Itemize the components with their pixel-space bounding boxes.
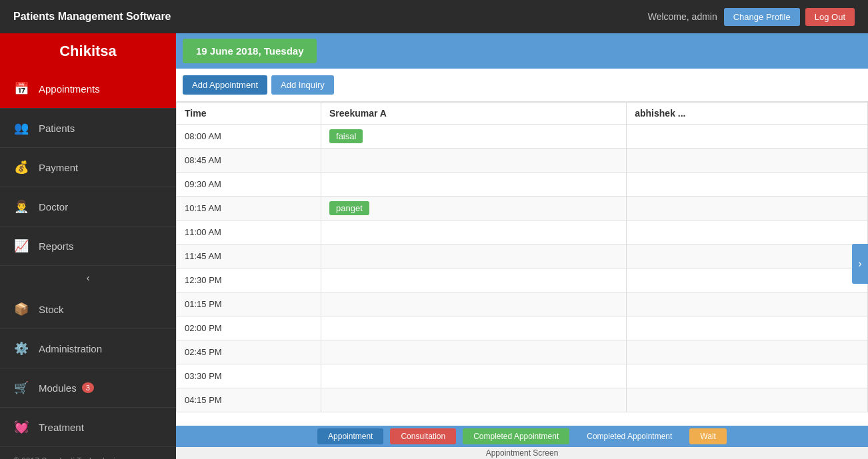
appointment-cell-sreekumar[interactable]: [321, 316, 627, 340]
appointment-cell-abhishek[interactable]: [627, 268, 868, 292]
sidebar-logo: Chikitsa: [0, 33, 176, 69]
layout: Chikitsa 📅 Appointments 👥 Patients 💰 Pay…: [0, 33, 868, 459]
col-header-abhishek: abhishek ...: [627, 103, 868, 125]
toolbar: Add Appointment Add Inquiry: [176, 69, 868, 102]
appointment-cell-sreekumar[interactable]: [321, 221, 627, 244]
table-row: 10:15 AMpanget: [177, 197, 868, 221]
appointment-cell-sreekumar[interactable]: [321, 364, 627, 388]
sidebar-item-doctor[interactable]: 👨‍⚕️ Doctor: [0, 187, 176, 227]
appointment-cell-abhishek[interactable]: [627, 221, 868, 244]
time-cell: 12:30 PM: [177, 268, 321, 292]
appointment-cell-abhishek[interactable]: [627, 197, 868, 221]
time-cell: 11:00 AM: [177, 221, 321, 244]
appointment-cell-abhishek[interactable]: [627, 244, 868, 268]
appointment-cell-abhishek[interactable]: [627, 149, 868, 173]
appointment-cell-abhishek[interactable]: [627, 173, 868, 197]
time-cell: 03:30 PM: [177, 364, 321, 388]
appointment-badge[interactable]: faisal: [329, 129, 363, 143]
sidebar-item-treatment[interactable]: 💓 Treatment: [0, 408, 176, 447]
appointment-cell-abhishek[interactable]: [627, 340, 868, 364]
sidebar-item-label: Doctor: [39, 201, 68, 213]
reports-icon: 📈: [13, 238, 29, 253]
sidebar-item-modules[interactable]: 🛒 Modules 3: [0, 368, 176, 408]
sidebar-item-label: Stock: [39, 304, 64, 315]
table-row: 09:30 AM: [177, 173, 868, 197]
table-row: 11:45 AM: [177, 244, 868, 268]
time-cell: 11:45 AM: [177, 244, 321, 268]
appointment-cell-sreekumar[interactable]: [321, 292, 627, 316]
change-profile-button[interactable]: Change Profile: [724, 8, 800, 26]
header: Patients Management Software Welcome, ad…: [0, 0, 868, 33]
appointment-cell-sreekumar[interactable]: [321, 340, 627, 364]
appointment-cell-abhishek[interactable]: [627, 292, 868, 316]
scroll-right-arrow[interactable]: ›: [852, 244, 868, 284]
main-content: 19 June 2018, Tuesday Add Appointment Ad…: [176, 33, 868, 459]
time-cell: 08:45 AM: [177, 149, 321, 173]
sidebar-footer: © 2017 Sanskruti Technologies: [0, 447, 176, 459]
modules-badge: 3: [82, 382, 94, 393]
table-row: 12:30 PM: [177, 268, 868, 292]
appointment-cell-sreekumar[interactable]: [321, 149, 627, 173]
welcome-text: Welcome, admin: [648, 11, 717, 22]
legend-appointment: Appointment: [317, 428, 383, 444]
modules-icon: 🛒: [13, 380, 29, 395]
appointment-cell-sreekumar[interactable]: [321, 268, 627, 292]
appointment-cell-sreekumar[interactable]: [321, 244, 627, 268]
table-row: 04:15 PM: [177, 388, 868, 412]
table-row: 02:45 PM: [177, 340, 868, 364]
appointment-cell-sreekumar[interactable]: faisal: [321, 125, 627, 149]
sidebar: Chikitsa 📅 Appointments 👥 Patients 💰 Pay…: [0, 33, 176, 459]
stock-icon: 📦: [13, 302, 29, 316]
schedule-table: Time Sreekumar A abhishek ... 08:00 AMfa…: [176, 102, 868, 412]
col-header-time: Time: [177, 103, 321, 125]
doctor-icon: 👨‍⚕️: [13, 199, 29, 214]
schedule-container: Time Sreekumar A abhishek ... 08:00 AMfa…: [176, 102, 868, 426]
main-header: 19 June 2018, Tuesday: [176, 33, 868, 69]
sidebar-item-payment[interactable]: 💰 Payment: [0, 148, 176, 187]
time-cell: 01:15 PM: [177, 292, 321, 316]
legend-consultation: Consultation: [390, 428, 456, 444]
sidebar-item-stock[interactable]: 📦 Stock: [0, 290, 176, 329]
table-row: 08:00 AMfaisal: [177, 125, 868, 149]
appointment-cell-sreekumar[interactable]: [321, 388, 627, 412]
add-inquiry-button[interactable]: Add Inquiry: [271, 75, 334, 95]
sidebar-collapse-arrow[interactable]: ‹: [0, 266, 176, 290]
table-row: 11:00 AM: [177, 221, 868, 244]
legend-completed-appointment: Completed Appointment: [463, 428, 569, 444]
sidebar-item-label: Payment: [39, 162, 78, 173]
appointment-cell-sreekumar[interactable]: [321, 173, 627, 197]
appointment-cell-abhishek[interactable]: [627, 316, 868, 340]
appointment-badge[interactable]: panget: [329, 201, 369, 215]
treatment-icon: 💓: [13, 420, 29, 434]
table-row: 08:45 AM: [177, 149, 868, 173]
administration-icon: ⚙️: [13, 341, 29, 356]
legend-bar: Appointment Consultation Completed Appoi…: [176, 426, 868, 447]
sidebar-item-label: Reports: [39, 240, 74, 252]
time-cell: 04:15 PM: [177, 388, 321, 412]
sidebar-item-label: Administration: [39, 343, 102, 354]
sidebar-item-administration[interactable]: ⚙️ Administration: [0, 329, 176, 368]
logout-button[interactable]: Log Out: [805, 8, 855, 26]
col-header-sreekumar: Sreekumar A: [321, 103, 627, 125]
sidebar-item-label: Treatment: [39, 422, 84, 433]
appointment-cell-abhishek[interactable]: [627, 388, 868, 412]
add-appointment-button[interactable]: Add Appointment: [183, 75, 267, 95]
appointment-cell-abhishek[interactable]: [627, 364, 868, 388]
date-badge: 19 June 2018, Tuesday: [183, 39, 317, 63]
payment-icon: 💰: [13, 160, 29, 175]
appointment-cell-abhishek[interactable]: [627, 125, 868, 149]
appointments-icon: 📅: [13, 81, 29, 96]
table-row: 02:00 PM: [177, 316, 868, 340]
patients-icon: 👥: [13, 121, 29, 135]
time-cell: 02:00 PM: [177, 316, 321, 340]
sidebar-item-reports[interactable]: 📈 Reports: [0, 227, 176, 266]
legend-completed-appointment2: Completed Appointment: [576, 428, 683, 444]
time-cell: 10:15 AM: [177, 197, 321, 221]
sidebar-item-label: Patients: [39, 123, 75, 134]
appointment-cell-sreekumar[interactable]: panget: [321, 197, 627, 221]
table-row: 03:30 PM: [177, 364, 868, 388]
sidebar-item-appointments[interactable]: 📅 Appointments: [0, 69, 176, 109]
time-cell: 02:45 PM: [177, 340, 321, 364]
sidebar-item-patients[interactable]: 👥 Patients: [0, 109, 176, 148]
bottom-label: Appointment Screen: [176, 447, 868, 459]
